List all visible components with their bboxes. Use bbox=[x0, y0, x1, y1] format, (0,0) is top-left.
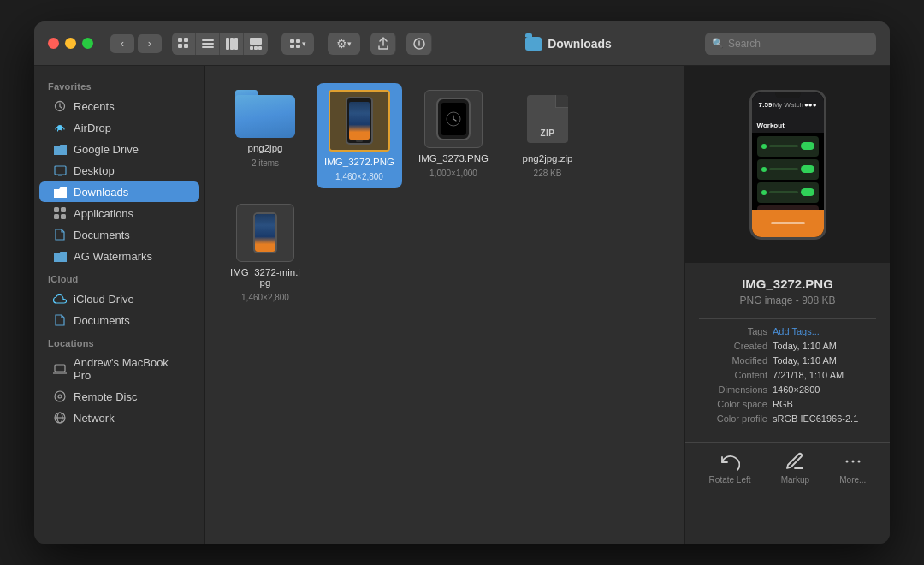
forward-button[interactable]: › bbox=[138, 34, 162, 53]
svg-rect-26 bbox=[55, 365, 65, 372]
file-item-img3273[interactable]: IMG_3273.PNG 1,000×1,000 bbox=[411, 83, 496, 188]
preview-panel: 7:59 My Watch ●●● Workout bbox=[684, 66, 890, 544]
sidebar-item-airdrop[interactable]: AirDrop bbox=[39, 117, 199, 138]
svg-rect-24 bbox=[54, 214, 59, 219]
group-button[interactable]: ▾ bbox=[281, 33, 314, 55]
dimensions-label: Dimensions bbox=[699, 384, 767, 395]
file-item-img3272[interactable]: IMG_3272.PNG 1,460×2,800 bbox=[317, 83, 402, 188]
file-item-img3272-min[interactable]: IMG_3272-min.jpg 1,460×2,800 bbox=[222, 197, 308, 309]
sidebar-item-iclouddrive[interactable]: iCloud Drive bbox=[39, 288, 199, 309]
preview-phone: 7:59 My Watch ●●● Workout bbox=[749, 90, 826, 240]
more-button[interactable]: More... bbox=[839, 451, 866, 485]
maximize-button[interactable] bbox=[82, 38, 93, 49]
folder-thumbnail bbox=[235, 90, 295, 138]
phone-screen-min bbox=[255, 214, 275, 252]
workout-title: Workout bbox=[752, 118, 824, 133]
workout-item-3 bbox=[757, 182, 819, 203]
sidebar-item-applications[interactable]: Applications bbox=[39, 203, 199, 223]
content-value: 7/21/18, 1:10 AM bbox=[773, 370, 876, 380]
sidebar-item-label: AirDrop bbox=[74, 122, 111, 134]
svg-rect-6 bbox=[202, 46, 214, 48]
search-box[interactable]: 🔍 bbox=[705, 33, 876, 55]
file-sublabel: 1,460×2,800 bbox=[335, 172, 383, 181]
svg-rect-0 bbox=[178, 38, 182, 42]
minimize-button[interactable] bbox=[65, 38, 76, 49]
markup-button[interactable]: Markup bbox=[781, 451, 809, 485]
dimensions-value: 1460×2800 bbox=[773, 384, 876, 395]
gallery-view-button[interactable] bbox=[244, 33, 268, 55]
sidebar-item-remotedisc[interactable]: Remote Disc bbox=[39, 386, 199, 407]
workout-item-2 bbox=[757, 159, 819, 180]
locations-label: Locations bbox=[34, 331, 204, 352]
sidebar-item-label: AG Watermarks bbox=[74, 250, 152, 263]
sidebar: Favorites Recents bbox=[34, 66, 205, 544]
rotate-left-button[interactable]: Rotate Left bbox=[709, 451, 751, 485]
edit-button[interactable] bbox=[406, 33, 432, 55]
traffic-lights bbox=[48, 38, 93, 49]
workout-text-2 bbox=[769, 168, 798, 170]
icloud-label: iCloud bbox=[34, 267, 204, 288]
file-item-png2jpg-folder[interactable]: png2jpg 2 items bbox=[222, 83, 308, 188]
sidebar-item-label: Andrew's MacBook Pro bbox=[74, 356, 186, 382]
more-icon bbox=[843, 451, 863, 472]
sidebar-item-label: Applications bbox=[74, 207, 133, 220]
watch-preview bbox=[436, 98, 471, 140]
tags-value[interactable]: Add Tags... bbox=[773, 326, 876, 336]
png-thumbnail-watch bbox=[424, 90, 483, 148]
sidebar-item-recents[interactable]: Recents bbox=[39, 96, 199, 116]
share-button[interactable] bbox=[370, 33, 396, 55]
workout-text bbox=[769, 145, 798, 147]
modified-label: Modified bbox=[699, 355, 767, 366]
gear-group: ⚙▾ bbox=[328, 33, 360, 55]
workout-toggle-2 bbox=[801, 165, 814, 173]
airdrop-icon bbox=[53, 121, 67, 134]
phone-home bbox=[356, 140, 363, 142]
sidebar-item-downloads[interactable]: Downloads bbox=[39, 181, 199, 202]
markup-label: Markup bbox=[781, 475, 809, 485]
rotate-left-icon bbox=[720, 451, 740, 472]
finder-window: ‹ › bbox=[34, 21, 890, 544]
back-button[interactable]: ‹ bbox=[110, 34, 134, 53]
sidebar-item-icloudocs[interactable]: Documents bbox=[39, 310, 199, 330]
sidebar-item-googledrive[interactable]: Google Drive bbox=[39, 139, 199, 159]
created-row: Created Today, 1:10 AM bbox=[699, 341, 876, 351]
file-label: IMG_3272.PNG bbox=[324, 157, 394, 167]
phone-notch bbox=[775, 92, 801, 98]
folder-icon bbox=[53, 142, 67, 156]
sidebar-item-network[interactable]: Network bbox=[39, 407, 199, 428]
phone-preview bbox=[346, 97, 373, 145]
more-label: More... bbox=[839, 475, 866, 485]
preview-info: IMG_3272.PNG PNG image - 908 KB Tags Add… bbox=[685, 263, 890, 442]
rotate-left-label: Rotate Left bbox=[709, 475, 751, 485]
svg-rect-11 bbox=[250, 46, 253, 50]
sidebar-item-macbook[interactable]: Andrew's MacBook Pro bbox=[39, 353, 199, 385]
search-input[interactable] bbox=[728, 38, 869, 50]
workout-item-1 bbox=[757, 136, 819, 157]
icon-view-button[interactable] bbox=[172, 33, 196, 55]
colorspace-label: Color space bbox=[699, 399, 767, 409]
svg-rect-21 bbox=[55, 166, 66, 175]
modified-value: Today, 1:10 AM bbox=[773, 355, 876, 366]
nav-buttons: ‹ › bbox=[110, 34, 162, 53]
workout-toggle bbox=[801, 142, 814, 150]
content-label: Content bbox=[699, 370, 767, 380]
column-view-button[interactable] bbox=[220, 33, 244, 55]
created-label: Created bbox=[699, 341, 767, 351]
sidebar-item-desktop[interactable]: Desktop bbox=[39, 160, 199, 181]
home-bar bbox=[771, 222, 805, 224]
sidebar-item-documents[interactable]: Documents bbox=[39, 224, 199, 245]
svg-rect-8 bbox=[230, 38, 234, 50]
list-view-button[interactable] bbox=[196, 33, 220, 55]
file-sublabel: 228 KB bbox=[534, 169, 562, 178]
file-label: IMG_3273.PNG bbox=[418, 153, 489, 164]
preview-image-area: 7:59 My Watch ●●● Workout bbox=[685, 66, 890, 263]
colorspace-row: Color space RGB bbox=[699, 399, 876, 409]
svg-rect-10 bbox=[250, 38, 262, 45]
svg-rect-16 bbox=[290, 45, 294, 48]
file-item-png2jpg-zip[interactable]: ZIP png2jpg.zip 228 KB bbox=[505, 83, 590, 188]
sidebar-item-agwatermarks[interactable]: AG Watermarks bbox=[39, 246, 199, 266]
workout-dot-2 bbox=[761, 167, 767, 172]
close-button[interactable] bbox=[48, 38, 59, 49]
bottom-content bbox=[771, 222, 805, 224]
gear-button[interactable]: ⚙▾ bbox=[328, 33, 360, 55]
